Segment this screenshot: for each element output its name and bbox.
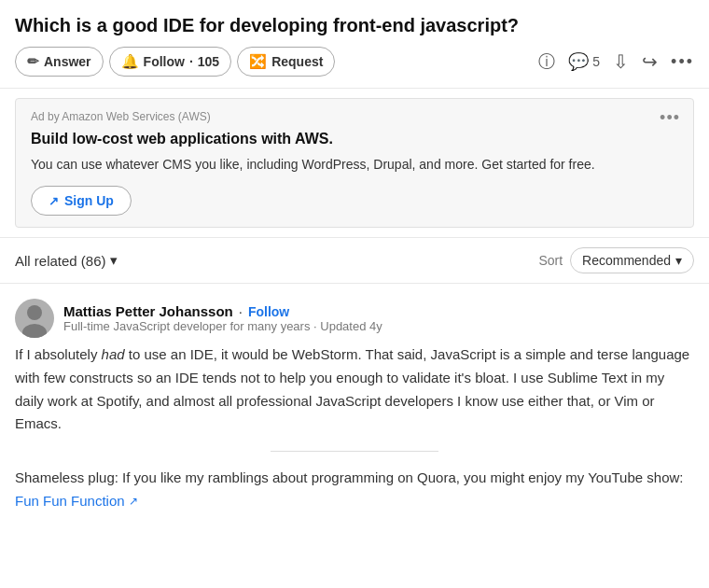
request-button[interactable]: 🔀 Request [237,47,335,77]
fun-fun-function-link[interactable]: Fun Fun Function [15,493,125,509]
shameless-plug: Shameless plug: If you like my ramblings… [15,467,694,528]
sort-label: Sort [538,253,563,268]
answer-divider [271,451,438,452]
request-label: Request [271,54,323,69]
share-button[interactable]: ↪ [642,50,658,73]
ad-title: Build low-cost web applications with AWS… [31,131,678,147]
pencil-icon: ✏ [27,53,39,70]
share-icon: ↪ [642,50,658,73]
dropdown-chevron-icon: ▾ [675,253,682,268]
more-icon: ••• [671,52,694,72]
bell-icon: 🔔 [121,53,139,70]
follow-button[interactable]: 🔔 Follow · 105 [109,47,232,77]
author-subtitle: Full-time JavaScript developer for many … [63,319,382,333]
shameless-text: Shameless plug: If you like my ramblings… [15,469,683,485]
author-name[interactable]: Mattias Petter Johansson [63,303,233,319]
info-button[interactable]: ⓘ [538,50,555,73]
answer-button[interactable]: ✏ Answer [15,47,104,77]
ad-more-button[interactable]: ••• [660,108,680,128]
avatar [15,299,54,338]
author-name-row: Mattias Petter Johansson · Follow [63,303,382,319]
signup-label: Sign Up [64,193,114,208]
comment-count: 5 [592,54,600,69]
signup-button[interactable]: ↗ Sign Up [31,186,132,216]
svg-point-1 [27,305,42,320]
ad-label: Ad by Amazon Web Services (AWS) [31,110,678,123]
info-icon: ⓘ [538,50,555,73]
follow-count: 105 [198,54,219,69]
action-bar-right: ⓘ 💬 5 ⇩ ↪ ••• [538,50,694,73]
all-related-button[interactable]: All related (86) ▾ [15,252,118,269]
more-button[interactable]: ••• [671,52,694,72]
follow-label: Follow [144,54,185,69]
answer-text-part1: If I absolutely [15,346,102,362]
author-follow-link[interactable]: Follow [248,304,289,319]
answer-text: If I absolutely had to use an IDE, it wo… [15,343,694,436]
comment-button[interactable]: 💬 5 [568,51,600,72]
answer-text-em: had [102,346,125,362]
author-info: Mattias Petter Johansson · Follow Full-t… [63,303,382,333]
answer-section: Mattias Petter Johansson · Follow Full-t… [0,284,709,528]
external-link-icon: ↗ [49,194,59,208]
comment-icon: 💬 [568,51,589,72]
sort-area: Sort Recommended ▾ [538,247,694,273]
external-link-small-icon: ↗ [129,495,138,508]
recommended-label: Recommended [582,253,671,268]
chevron-down-icon: ▾ [110,252,118,269]
upvote-button[interactable]: ⇩ [613,50,629,73]
answer-label: Answer [44,54,91,69]
request-icon: 🔀 [249,53,267,70]
question-title: Which is a good IDE for developing front… [0,0,709,47]
ad-body: You can use whatever CMS you like, inclu… [31,155,678,175]
upvote-icon: ⇩ [613,50,629,73]
recommended-dropdown[interactable]: Recommended ▾ [570,247,694,273]
all-related-label: All related (86) [15,253,106,269]
filter-bar: All related (86) ▾ Sort Recommended ▾ [0,237,709,284]
dot-separator: · [239,303,243,319]
ad-section: Ad by Amazon Web Services (AWS) ••• Buil… [15,98,694,228]
follow-separator: · [189,54,193,69]
author-row: Mattias Petter Johansson · Follow Full-t… [15,299,694,338]
action-bar: ✏ Answer 🔔 Follow · 105 🔀 Request ⓘ 💬 5 … [0,47,709,89]
